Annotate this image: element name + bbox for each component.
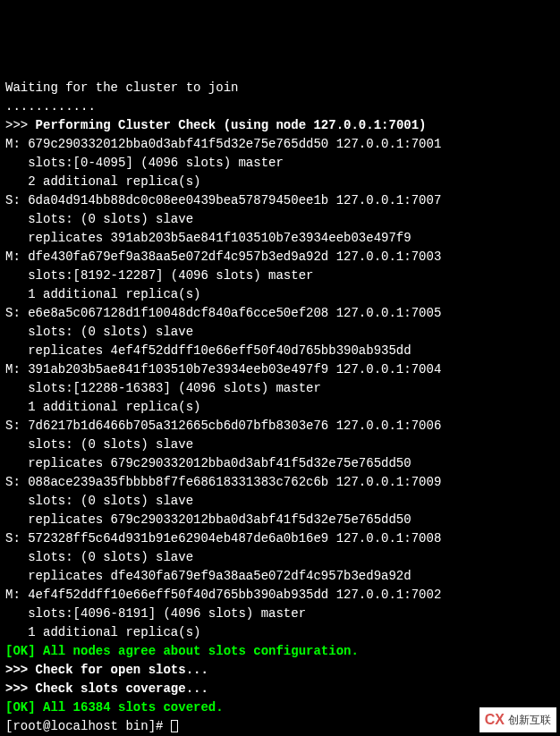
node-slots: slots:[12288-16383] (4096 slots) master — [5, 381, 321, 395]
ok-slots-agree: [OK] All nodes agree about slots configu… — [5, 644, 359, 658]
cursor-icon — [171, 720, 178, 732]
node-line: M: dfe430fa679ef9a38aa5e072df4c957b3ed9a… — [5, 250, 441, 264]
watermark-logo: CX — [485, 709, 505, 731]
node-slots: slots: (0 slots) slave — [5, 437, 193, 452]
node-line: M: 679c290332012bba0d3abf41f5d32e75e765d… — [5, 137, 441, 151]
node-slots: slots: (0 slots) slave — [5, 325, 193, 339]
wait-line: Waiting for the cluster to join — [5, 80, 238, 95]
cluster-check-line: >>> Performing Cluster Check (using node… — [5, 118, 426, 132]
node-extra: 1 additional replica(s) — [5, 287, 200, 301]
node-line: S: 6da04d914bb88dc0c08ee0439bea57879450e… — [5, 193, 441, 207]
node-extra: 2 additional replica(s) — [5, 174, 200, 189]
node-slots: slots: (0 slots) slave — [5, 550, 193, 564]
terminal-output: Waiting for the cluster to join ........… — [5, 79, 555, 736]
node-line: S: 7d6217b1d6466b705a312665cb6d07bfb8303… — [5, 419, 441, 433]
node-slots: slots:[4096-8191] (4096 slots) master — [5, 606, 306, 621]
shell-prompt[interactable]: [root@localhost bin]# — [5, 719, 178, 733]
check-slot-coverage: >>> Check slots coverage... — [5, 681, 208, 696]
node-extra: replicates 679c290332012bba0d3abf41f5d32… — [5, 456, 412, 470]
node-slots: slots:[0-4095] (4096 slots) master — [5, 156, 284, 170]
node-line: M: 4ef4f52ddff10e66eff50f40d765bb390ab93… — [5, 588, 441, 602]
node-extra: replicates 391ab203b5ae841f103510b7e3934… — [5, 231, 412, 245]
node-slots: slots: (0 slots) slave — [5, 494, 193, 508]
ok-slots-covered: [OK] All 16384 slots covered. — [5, 700, 224, 715]
node-slots: slots: (0 slots) slave — [5, 212, 193, 226]
node-line: S: 088ace239a35fbbbb8f7fe68618331383c762… — [5, 475, 441, 489]
watermark: CX 创新互联 — [479, 707, 556, 732]
check-open-slots: >>> Check for open slots... — [5, 663, 208, 677]
node-line: M: 391ab203b5ae841f103510b7e3934eeb03e49… — [5, 362, 441, 376]
dots-line: ............ — [5, 99, 96, 114]
node-line: S: 572328ff5c64d931b91e62904eb487de6a0b1… — [5, 531, 441, 546]
watermark-text: 创新互联 — [508, 712, 551, 728]
node-slots: slots:[8192-12287] (4096 slots) master — [5, 268, 313, 283]
node-line: S: e6e8a5c067128d1f10048dcf840af6cce50ef… — [5, 306, 441, 320]
node-extra: 1 additional replica(s) — [5, 400, 200, 414]
node-extra: replicates 4ef4f52ddff10e66eff50f40d765b… — [5, 343, 412, 358]
node-extra: 1 additional replica(s) — [5, 625, 200, 639]
node-extra: replicates dfe430fa679ef9a38aa5e072df4c9… — [5, 569, 412, 583]
node-extra: replicates 679c290332012bba0d3abf41f5d32… — [5, 512, 412, 527]
